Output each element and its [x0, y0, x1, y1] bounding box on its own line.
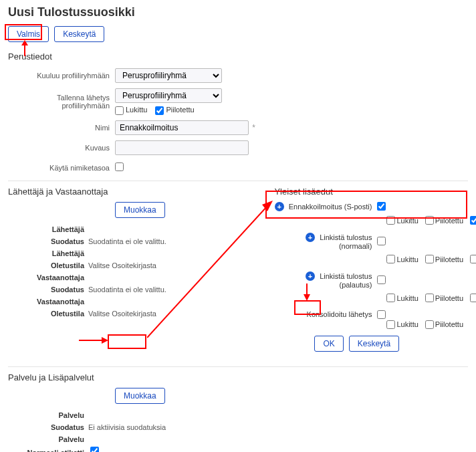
addons-heading: Yleiset lisäedut [274, 187, 476, 197]
addon-enable-checkbox[interactable] [377, 202, 386, 211]
parties-heading: Lähettäjä ja Vastaanottaja [8, 187, 261, 197]
consolidated-checkbox[interactable] [377, 310, 386, 319]
edit-parties-button[interactable]: Muokkaa [115, 202, 165, 218]
addon-row: + Ennakkoilmoitus (S-posti) [274, 202, 476, 211]
name-input[interactable] [115, 120, 249, 135]
desc-label: Kuvaus [8, 144, 115, 152]
addon-row: + Linkistä tulostus (normaali) [274, 233, 476, 250]
save-profile-select[interactable]: Perusprofiiliryhmä [115, 88, 222, 103]
plus-icon[interactable]: + [275, 202, 284, 211]
consolidated-row: Konsolidoitu lähetys [274, 310, 476, 319]
receiver-title: Vastaanottaja [21, 273, 88, 281]
plus-icon[interactable]: + [306, 271, 315, 281]
save-profile-label: Tallenna lähetys profiiliryhmään [8, 94, 115, 110]
cancel-addons-button[interactable]: Keskeytä [349, 336, 399, 352]
page-title: Uusi Tulostussuosikki [8, 5, 468, 19]
title-level-checkbox[interactable] [115, 162, 124, 171]
plus-icon[interactable]: + [306, 233, 315, 242]
profile-group-select[interactable]: Perusprofiiliryhmä [115, 68, 222, 83]
separator [8, 181, 468, 181]
locked-checkbox-wrap[interactable]: Lukittu [115, 106, 147, 115]
services-heading: Palvelu ja Lisäpalvelut [8, 372, 468, 382]
edit-services-button[interactable]: Muokkaa [115, 388, 165, 404]
cancel-button[interactable]: Keskeytä [54, 26, 104, 42]
ok-button[interactable]: OK [314, 336, 343, 352]
addon-row: + Linkistä tulostus (palautus) [274, 271, 476, 289]
profile-group-label: Kuuluu profiiliryhmään [8, 72, 115, 80]
addon-enable-checkbox[interactable] [377, 237, 386, 245]
hidden-checkbox[interactable] [155, 106, 164, 115]
addon-enable-checkbox[interactable] [377, 275, 386, 284]
normal-label-checkbox[interactable] [90, 447, 99, 452]
sender-title: Lähettäjä [21, 225, 88, 233]
name-label: Nimi [8, 124, 115, 132]
done-button[interactable]: Valmis [8, 26, 49, 42]
title-level-label: Käytä nimiketasoa [8, 164, 115, 172]
basic-heading: Perustiedot [8, 51, 468, 62]
desc-input[interactable] [115, 140, 249, 155]
separator [8, 366, 468, 367]
locked-checkbox[interactable] [115, 106, 124, 115]
hidden-checkbox-wrap[interactable]: Piilotettu [155, 106, 194, 115]
service-title: Palvelu [21, 411, 88, 419]
